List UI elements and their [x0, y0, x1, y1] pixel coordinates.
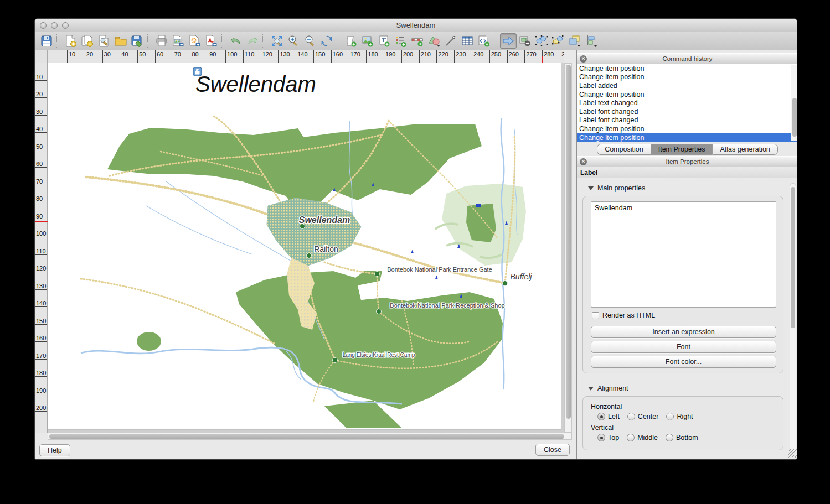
- close-panel-icon[interactable]: ✕: [580, 158, 587, 165]
- hruler-tick-label: 30: [102, 50, 120, 63]
- vruler-tick-label: 40: [35, 116, 47, 133]
- hruler-tick-label: 10: [67, 50, 85, 63]
- export-svg-icon[interactable]: [187, 33, 203, 49]
- window-title: Swellendam: [396, 21, 436, 29]
- titlebar[interactable]: Swellendam: [35, 19, 797, 32]
- panel-tabs: Composition Item Properties Atlas genera…: [577, 142, 797, 156]
- history-item[interactable]: Change item position: [577, 124, 797, 133]
- canvas-horizontal-scrollbar[interactable]: [48, 433, 572, 440]
- close-window-icon[interactable]: [40, 22, 47, 29]
- map-item[interactable]: Swellendam Railton Bontebok National Par…: [48, 63, 561, 429]
- history-scrollbar[interactable]: [791, 65, 797, 141]
- add-shape-icon[interactable]: [426, 33, 442, 49]
- raise-items-icon[interactable]: [566, 33, 583, 49]
- dialog-footer: Help Close: [35, 440, 572, 459]
- tab-item-properties[interactable]: Item Properties: [651, 144, 713, 155]
- history-item[interactable]: Label added: [577, 81, 797, 90]
- history-item-selected[interactable]: Change item position: [577, 133, 797, 142]
- radio-right[interactable]: Right: [666, 413, 693, 420]
- print-icon[interactable]: [153, 33, 170, 49]
- radio-bottom[interactable]: Bottom: [666, 434, 698, 441]
- close-button[interactable]: Close: [535, 444, 570, 456]
- composer-canvas-pane: 1020304050607080901001101201301401501601…: [35, 50, 572, 459]
- minimize-window-icon[interactable]: [51, 22, 58, 29]
- zoom-out-icon[interactable]: [302, 33, 318, 49]
- title-label-item[interactable]: Swellendam: [193, 67, 316, 96]
- history-item[interactable]: Change item position: [577, 64, 797, 73]
- hruler-cursor-indicator: [542, 56, 543, 63]
- composition-title-text[interactable]: Swellendam: [195, 72, 316, 96]
- zoom-full-icon[interactable]: [269, 33, 285, 49]
- add-arrow-icon[interactable]: [442, 33, 459, 49]
- export-pdf-icon[interactable]: [203, 33, 220, 49]
- vruler-tick-label: 60: [35, 150, 47, 168]
- composition-canvas[interactable]: Swellendam Railton Bontebok National Par…: [48, 63, 564, 433]
- radio-middle[interactable]: Middle: [627, 434, 658, 441]
- align-items-icon[interactable]: [583, 33, 600, 49]
- item-properties-scrollbar[interactable]: [790, 183, 796, 453]
- radio-top[interactable]: Top: [597, 434, 619, 441]
- hruler-tick-label: 250: [489, 50, 507, 63]
- main-properties-heading[interactable]: Main properties: [588, 184, 797, 192]
- radio-left[interactable]: Left: [597, 413, 620, 420]
- close-panel-icon[interactable]: ✕: [580, 55, 587, 63]
- radio-center[interactable]: Center: [627, 413, 659, 420]
- tab-atlas-generation[interactable]: Atlas generation: [712, 144, 777, 155]
- redo-icon[interactable]: [244, 33, 261, 49]
- composition-page[interactable]: Swellendam Railton Bontebok National Par…: [48, 63, 561, 429]
- save-as-template-icon[interactable]: [129, 33, 146, 49]
- history-item[interactable]: Label font changed: [577, 107, 797, 116]
- move-item-content-icon[interactable]: [517, 33, 533, 49]
- insert-expression-button[interactable]: Insert an expression: [591, 326, 776, 338]
- undo-icon[interactable]: [228, 33, 244, 49]
- new-composition-icon[interactable]: [63, 33, 79, 49]
- label-text-input[interactable]: Swellendam: [591, 201, 776, 308]
- add-scalebar-icon[interactable]: [409, 33, 426, 49]
- export-image-icon[interactable]: [170, 33, 187, 49]
- hruler-tick-label: 230: [454, 50, 472, 63]
- alignment-heading[interactable]: Alignment: [588, 385, 797, 392]
- vruler-tick-label: 90: [35, 202, 47, 220]
- tab-composition[interactable]: Composition: [597, 144, 650, 155]
- add-html-icon[interactable]: [476, 33, 492, 49]
- window-resize-grip[interactable]: [788, 449, 797, 458]
- traffic-lights: [40, 22, 69, 29]
- add-label-icon[interactable]: [376, 33, 393, 49]
- add-map-icon[interactable]: [343, 33, 359, 49]
- alignment-group: Horizontal Left Center Right Vertical To…: [582, 396, 783, 450]
- map-label-buffeljags: Buffelj: [511, 272, 533, 281]
- help-button[interactable]: Help: [39, 444, 70, 456]
- command-history-list[interactable]: Change item position Change item positio…: [577, 64, 797, 142]
- ungroup-items-icon[interactable]: [550, 33, 566, 49]
- hruler-tick-label: 130: [278, 50, 296, 63]
- canvas-vertical-scrollbar[interactable]: [564, 63, 572, 433]
- hruler-tick-label: 240: [472, 50, 489, 63]
- toolbar-separator: [262, 34, 267, 48]
- history-item[interactable]: Label font changed: [577, 116, 797, 125]
- history-item[interactable]: Change item position: [577, 90, 797, 99]
- refresh-view-icon[interactable]: [318, 33, 335, 49]
- add-attribute-table-icon[interactable]: [459, 33, 476, 49]
- ruler-corner: [35, 50, 48, 63]
- hruler-tick-label: 190: [384, 50, 401, 63]
- font-button[interactable]: Font: [591, 341, 776, 353]
- font-color-button[interactable]: Font color...: [591, 356, 776, 368]
- vruler-tick-label: 50: [35, 133, 47, 150]
- zoom-in-icon[interactable]: [285, 33, 302, 49]
- load-template-icon[interactable]: [112, 33, 129, 49]
- right-dock-panel: ✕ Command history Change item position C…: [576, 50, 797, 459]
- toolbar-separator: [221, 34, 226, 48]
- render-as-html-checkbox[interactable]: [592, 312, 599, 319]
- history-item[interactable]: Change item position: [577, 73, 797, 82]
- add-image-icon[interactable]: [359, 33, 376, 49]
- composition-manager-icon[interactable]: [96, 33, 112, 49]
- add-legend-icon[interactable]: [393, 33, 409, 49]
- group-items-icon[interactable]: [533, 33, 550, 49]
- duplicate-composition-icon[interactable]: [79, 33, 96, 49]
- hruler-tick-label: 200: [401, 50, 419, 63]
- item-properties-header: ✕ Item Properties: [577, 156, 797, 167]
- history-item[interactable]: Label text changed: [577, 98, 797, 107]
- save-project-icon[interactable]: [38, 33, 55, 49]
- zoom-window-icon[interactable]: [62, 22, 69, 29]
- select-move-item-icon[interactable]: [500, 33, 517, 49]
